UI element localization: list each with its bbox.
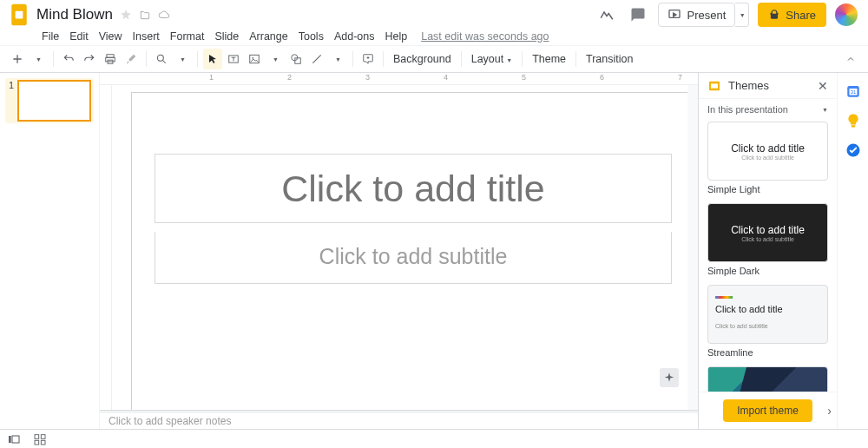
themes-icon <box>707 79 721 93</box>
themes-section-label: In this presentation <box>707 104 788 115</box>
theme-simple-dark[interactable]: Click to add title Click to add subtitle <box>707 203 828 262</box>
share-button[interactable]: Share <box>758 3 826 27</box>
svg-rect-4 <box>771 14 778 19</box>
slide[interactable]: Click to add title Click to add subtitle <box>131 92 687 410</box>
menu-view[interactable]: View <box>94 30 128 43</box>
filmstrip[interactable]: 1 <box>0 73 100 429</box>
menu-bar: File Edit View Insert Format Slide Arran… <box>0 28 868 45</box>
layout-button[interactable]: Layout ▼ <box>466 53 517 65</box>
shape-tool[interactable] <box>286 49 306 69</box>
canvas: 1234567 Click to add title Click to add … <box>100 73 698 429</box>
select-tool[interactable] <box>203 49 222 69</box>
themes-section-toggle[interactable]: In this presentation ▼ <box>699 99 837 120</box>
document-title[interactable]: Mind Blown <box>36 7 113 23</box>
image-tool[interactable] <box>245 49 264 69</box>
line-menu[interactable]: ▼ <box>328 49 347 69</box>
vertical-ruler[interactable] <box>100 85 112 410</box>
menu-format[interactable]: Format <box>165 30 210 43</box>
collapse-toolbar-button[interactable] <box>841 49 860 69</box>
themes-panel: Themes ✕ In this presentation ▼ Click to… <box>698 73 837 429</box>
theme-label: Simple Light <box>707 184 828 194</box>
explore-button[interactable] <box>660 368 679 387</box>
paint-format-button[interactable] <box>122 49 141 69</box>
present-button[interactable]: Present <box>658 3 735 27</box>
chevron-down-icon: ▼ <box>822 107 828 113</box>
themes-list[interactable]: Click to add title Click to add subtitle… <box>699 120 837 392</box>
calendar-addon-icon[interactable]: 31 <box>845 83 861 99</box>
comments-icon[interactable] <box>627 3 649 26</box>
zoom-button[interactable] <box>152 49 171 69</box>
theme-streamline[interactable]: Click to add title Click to add subtitle <box>707 285 828 344</box>
keep-addon-icon[interactable] <box>845 113 861 128</box>
speaker-notes[interactable]: Click to add speaker notes <box>100 413 698 429</box>
present-more-button[interactable]: ▼ <box>735 3 749 27</box>
undo-button[interactable] <box>59 49 78 69</box>
title-placeholder[interactable]: Click to add title <box>155 154 672 223</box>
slide-number: 1 <box>7 80 14 122</box>
textbox-tool[interactable] <box>224 49 243 69</box>
ruler-tick: 4 <box>444 73 448 82</box>
filmstrip-view-button[interactable] <box>7 432 21 446</box>
svg-rect-15 <box>711 83 718 88</box>
next-icon[interactable]: › <box>827 404 832 418</box>
view-footer <box>0 429 868 448</box>
new-slide-menu[interactable]: ▼ <box>29 49 48 69</box>
svg-rect-26 <box>41 440 45 445</box>
svg-point-12 <box>292 55 298 61</box>
transition-button[interactable]: Transition <box>581 53 638 65</box>
theme-label: Streamline <box>707 347 828 358</box>
last-edit-link[interactable]: Last edit was seconds ago <box>421 30 549 43</box>
ruler-tick: 2 <box>287 73 292 82</box>
svg-rect-1 <box>16 11 23 19</box>
menu-arrange[interactable]: Arrange <box>244 30 293 43</box>
import-theme-button[interactable]: Import theme <box>723 399 812 422</box>
svg-rect-6 <box>106 57 115 62</box>
cloud-status-icon[interactable] <box>158 9 170 21</box>
tasks-addon-icon[interactable] <box>845 142 861 158</box>
present-label: Present <box>687 9 726 22</box>
ruler-tick: 1 <box>209 73 214 82</box>
account-avatar[interactable] <box>835 3 858 26</box>
themes-title: Themes <box>728 79 811 92</box>
slide-thumbnail-1[interactable]: 1 <box>5 78 94 123</box>
line-tool[interactable] <box>307 49 326 69</box>
activity-icon[interactable] <box>595 3 618 26</box>
ruler-tick: 5 <box>522 73 526 82</box>
share-label: Share <box>786 9 816 22</box>
grid-view-button[interactable] <box>33 432 47 446</box>
svg-point-8 <box>157 55 163 61</box>
print-button[interactable] <box>101 49 120 69</box>
theme-simple-light[interactable]: Click to add title Click to add subtitle <box>707 122 828 181</box>
svg-rect-13 <box>295 58 300 63</box>
image-menu[interactable]: ▼ <box>266 49 285 69</box>
menu-insert[interactable]: Insert <box>128 30 165 43</box>
vertical-scrollbar[interactable] <box>687 85 698 410</box>
menu-file[interactable]: File <box>36 30 64 43</box>
slides-logo[interactable] <box>7 3 31 27</box>
subtitle-placeholder[interactable]: Click to add subtitle <box>155 232 672 284</box>
menu-slide[interactable]: Slide <box>209 30 244 43</box>
menu-addons[interactable]: Add-ons <box>329 30 380 43</box>
theme-button[interactable]: Theme <box>527 53 571 65</box>
accent-shape <box>708 367 746 392</box>
toolbar: ▼ ▼ ▼ ▼ Background Layout ▼ Theme Transi… <box>0 45 868 73</box>
svg-rect-21 <box>9 436 11 443</box>
ruler-tick: 3 <box>365 73 370 82</box>
zoom-menu[interactable]: ▼ <box>173 49 192 69</box>
menu-tools[interactable]: Tools <box>293 30 329 43</box>
horizontal-ruler[interactable]: 1234567 <box>100 73 698 85</box>
comment-tool[interactable] <box>358 49 378 69</box>
redo-button[interactable] <box>80 49 99 69</box>
menu-edit[interactable]: Edit <box>64 30 94 43</box>
svg-rect-25 <box>35 440 39 445</box>
move-icon[interactable] <box>139 9 151 21</box>
background-button[interactable]: Background <box>388 53 457 65</box>
new-slide-button[interactable] <box>8 49 27 69</box>
svg-rect-23 <box>35 434 39 438</box>
theme-focus[interactable]: Click to add title <box>707 366 828 392</box>
menu-help[interactable]: Help <box>379 30 412 43</box>
close-themes-button[interactable]: ✕ <box>818 79 828 93</box>
star-icon[interactable] <box>120 9 132 21</box>
slide-area[interactable]: Click to add title Click to add subtitle <box>112 85 687 410</box>
ruler-tick: 7 <box>678 73 682 82</box>
